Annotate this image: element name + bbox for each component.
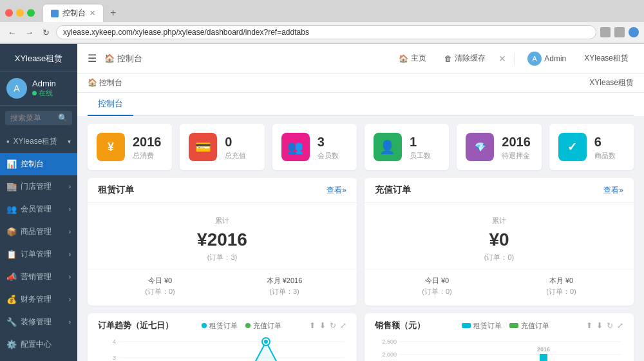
chart-action-icon-1[interactable]: ⬆	[309, 321, 316, 330]
sidebar-logo-text: XYlease租赁	[15, 54, 62, 63]
star-icon[interactable]	[600, 27, 611, 37]
reload-button[interactable]: ↻	[40, 26, 52, 39]
home-label: 主页	[411, 53, 426, 64]
member-stat-icon: 👥	[281, 133, 310, 161]
chart-action-icon-8[interactable]: ⤢	[617, 321, 623, 330]
chevron-down-icon: ›	[69, 251, 71, 258]
chart-action-icon-2[interactable]: ⬇	[319, 321, 326, 330]
sidebar-item-marketing[interactable]: 📣 营销管理 ›	[0, 266, 77, 288]
tab-close-icon[interactable]: ✕	[90, 9, 95, 17]
sidebar-item-finance[interactable]: 💰 财务管理 ›	[0, 288, 77, 311]
sales-chart-content: 2,500 2,000 1,500 1,000 500 0 03-14 03-1…	[365, 335, 634, 361]
stat-value-member: 3	[317, 134, 339, 150]
sidebar-item-label: 订单管理	[21, 249, 52, 260]
stat-label-fee: 总消费	[133, 151, 162, 161]
chevron-down-icon: ›	[69, 273, 71, 280]
clear-label: 清除缓存	[455, 53, 486, 64]
chart-action-icon-5[interactable]: ⬆	[586, 321, 592, 330]
window-controls	[5, 9, 35, 17]
sidebar-item-dashboard[interactable]: 📊 控制台	[0, 153, 77, 175]
sidebar-item-label: 会员管理	[21, 204, 52, 215]
stat-value-employee: 1	[410, 134, 431, 150]
sidebar-item-label: XYlease租赁	[14, 136, 58, 147]
rental-today-orders: (订单：0)	[98, 287, 222, 297]
close-icon[interactable]: ✕	[498, 54, 506, 64]
sidebar-item-label: 装修管理	[21, 317, 52, 327]
stat-card-deposit: 💎 2016 待退押金	[457, 124, 541, 170]
maximize-window-btn[interactable]	[27, 9, 35, 17]
chart-action-icon-6[interactable]: ⬇	[596, 321, 603, 330]
sidebar-item-goods[interactable]: 📦 商品管理 ›	[0, 220, 77, 243]
trend-chart-content: 4 3 2 1 0 03-14 03-15 03-16 03-17 03-18	[88, 335, 357, 361]
sidebar-item-config[interactable]: ⚙️ 配置中心	[0, 333, 77, 356]
sidebar-logo: XYlease租赁	[0, 44, 77, 72]
sidebar-menu: ▪ XYlease租赁 ▾ 📊 控制台 🏬 门店管理 › 👥 会员管理 › 📦 …	[0, 130, 77, 361]
brand-label: XYlease租赁	[584, 53, 629, 64]
menu-toggle-icon[interactable]: ☰	[88, 52, 97, 64]
member-icon: 👥	[6, 204, 17, 214]
brand-label-btn[interactable]: XYlease租赁	[579, 50, 634, 66]
home-button[interactable]: 🏠 主页	[393, 50, 431, 66]
stat-label-deposit: 待退押金	[502, 151, 531, 161]
divider	[514, 52, 515, 65]
new-tab-button[interactable]: +	[106, 6, 120, 20]
svg-text:3: 3	[113, 355, 116, 361]
search-icon[interactable]: 🔍	[58, 113, 68, 122]
address-bar[interactable]	[56, 25, 596, 39]
chart-action-icon-7[interactable]: ↻	[607, 321, 613, 330]
forward-button[interactable]: →	[23, 26, 36, 39]
sidebar: XYlease租赁 A Admin 在线 🔍 ▪ XYlease租赁 ▾	[0, 44, 77, 361]
sidebar-item-label: 门店管理	[21, 181, 52, 192]
download-icon[interactable]	[614, 27, 625, 37]
minimize-window-btn[interactable]	[16, 9, 24, 17]
tab-dashboard[interactable]: 控制台	[88, 93, 133, 116]
legend-rental: 租赁订单	[202, 321, 238, 331]
sidebar-item-label: 财务管理	[21, 294, 52, 305]
rental-month-orders: (订单：3)	[222, 287, 346, 297]
chevron-down-icon: ›	[69, 228, 71, 235]
legend-dot-recharge	[245, 323, 251, 328]
rental-amount: ¥2016	[98, 229, 346, 250]
sidebar-item-maintenance[interactable]: 🔧 装修管理 ›	[0, 311, 77, 333]
legend-sales-recharge-label: 充值订单	[521, 321, 549, 331]
user-label: Admin	[544, 54, 566, 63]
sidebar-item-store[interactable]: 🏬 门店管理 ›	[0, 175, 77, 198]
clear-cache-button[interactable]: 🗑 清除缓存	[439, 50, 491, 66]
sidebar-item-member[interactable]: 👥 会员管理 ›	[0, 198, 77, 220]
app-container: XYlease租赁 A Admin 在线 🔍 ▪ XYlease租赁 ▾	[0, 44, 644, 361]
user-menu-button[interactable]: A Admin	[522, 49, 571, 68]
browser-actions	[600, 27, 639, 37]
back-button[interactable]: ←	[5, 26, 19, 39]
sidebar-item-order[interactable]: 📋 订单管理 ›	[0, 243, 77, 266]
legend-dot-rental	[202, 323, 207, 328]
recharge-panel-stats: 累计 ¥0 (订单：0)	[365, 203, 634, 269]
stat-value-goods: 6	[594, 134, 616, 150]
chart-action-icon-4[interactable]: ⤢	[340, 321, 346, 330]
sidebar-item-xylease[interactable]: ▪ XYlease租赁 ▾	[0, 130, 77, 153]
search-input[interactable]	[10, 113, 55, 122]
stat-label-member: 会员数	[317, 151, 339, 161]
svg-rect-51	[540, 354, 547, 361]
recharge-panel-title: 充值订单	[375, 184, 411, 196]
sales-chart-header: 销售额（元） 租赁订单 充值订单 ⬆	[365, 313, 634, 335]
close-window-btn[interactable]	[5, 9, 13, 17]
browser-chrome: 控制台 ✕ + ← → ↻	[0, 0, 644, 44]
rental-panel-link[interactable]: 查看»	[327, 185, 346, 196]
svg-text:2016: 2016	[537, 346, 550, 353]
chart-action-icon-3[interactable]: ↻	[330, 321, 336, 330]
recharge-panel-link[interactable]: 查看»	[603, 185, 623, 196]
breadcrumb-page: 控制台	[117, 53, 142, 64]
active-tab[interactable]: 控制台 ✕	[43, 4, 104, 22]
stat-card-employee: 👤 1 员工数	[365, 124, 449, 170]
browser-controls-bar: ← → ↻	[0, 22, 644, 43]
trend-chart-header: 订单趋势（近七日） 租赁订单 充值订单 ⬆	[88, 313, 357, 335]
sidebar-search-box[interactable]: 🔍	[5, 111, 72, 125]
topbar-right: 🏠 主页 🗑 清除缓存 ✕ A Admin XYlease租赁	[393, 49, 634, 68]
finance-icon: 💰	[6, 295, 17, 304]
legend-sales-rental-label: 租赁订单	[473, 321, 502, 331]
stat-value-deposit: 2016	[502, 134, 531, 150]
dashboard-icon: 📊	[6, 159, 17, 169]
legend-square-recharge	[509, 323, 518, 328]
user-icon[interactable]	[629, 27, 639, 37]
topbar-left: ☰ 🏠 控制台	[88, 52, 142, 64]
